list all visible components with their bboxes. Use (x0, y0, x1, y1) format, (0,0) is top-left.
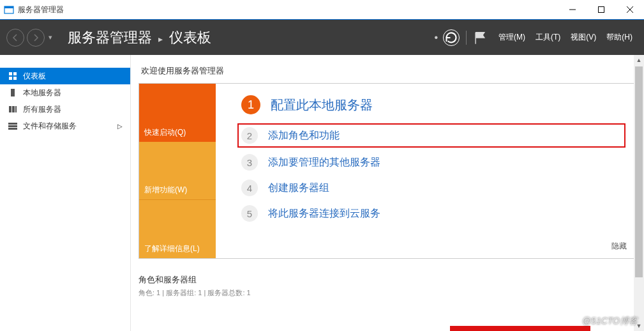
menu-help[interactable]: 帮助(H) (606, 32, 633, 43)
task-add-servers[interactable]: 3 添加要管理的其他服务器 (241, 154, 625, 171)
task-label: 添加要管理的其他服务器 (268, 156, 380, 169)
sidebar-item-dashboard[interactable]: 仪表板 (0, 68, 130, 84)
minimize-button[interactable] (558, 0, 587, 19)
status-bar-fragment (450, 326, 590, 331)
nav-dropdown-icon[interactable]: ▾ (49, 33, 52, 42)
window-controls (558, 0, 644, 19)
task-number-badge: 2 (241, 127, 258, 144)
close-button[interactable] (615, 0, 644, 19)
storage-icon (8, 122, 18, 130)
sidebar-item-label: 所有服务器 (23, 104, 61, 115)
refresh-button[interactable] (443, 29, 460, 46)
breadcrumb-root[interactable]: 服务器管理器 (68, 28, 152, 47)
sidebar-item-label: 仪表板 (23, 71, 46, 82)
breadcrumb-separator-icon: ▸ (158, 34, 163, 44)
svg-rect-8 (9, 77, 12, 80)
task-label: 配置此本地服务器 (271, 96, 373, 114)
chevron-right-icon: ▷ (117, 123, 123, 130)
sidebar-item-label: 本地服务器 (23, 88, 61, 98)
header-separator (466, 31, 467, 45)
hide-link[interactable]: 隐藏 (611, 241, 627, 252)
allservers-icon (8, 105, 18, 114)
menu-manage[interactable]: 管理(M) (498, 32, 525, 43)
sidebar-item-localserver[interactable]: 本地服务器 (0, 84, 130, 101)
tile-learnmore[interactable]: 了解详细信息(L) (139, 199, 216, 258)
tile-column: 快速启动(Q) 新增功能(W) 了解详细信息(L) (139, 84, 216, 258)
title-bar: 服务器管理器 (0, 0, 644, 20)
svg-rect-10 (11, 89, 15, 96)
breadcrumb-current: 仪表板 (169, 28, 211, 47)
nav-back-button[interactable] (6, 29, 24, 47)
roles-groups-section: 角色和服务器组 角色: 1 | 服务器组: 1 | 服务器总数: 1 (139, 274, 644, 298)
tile-label: 快速启动(Q) (144, 127, 186, 138)
task-number-badge: 4 (241, 180, 258, 196)
svg-rect-6 (9, 72, 12, 75)
svg-rect-11 (9, 106, 11, 112)
vertical-scrollbar[interactable]: ▲ ▼ (634, 55, 644, 331)
tile-label: 新增功能(W) (144, 185, 187, 196)
window-title: 服务器管理器 (18, 4, 558, 15)
task-add-roles[interactable]: 2 添加角色和功能 (237, 123, 625, 148)
welcome-tile: 快速启动(Q) 新增功能(W) 了解详细信息(L) 1 配置此本地服务器 2 添… (139, 83, 639, 259)
header-nav: ▾ 服务器管理器 ▸ 仪表板 • 管理(M) 工具(T) 视图(V) 帮助(H) (0, 20, 644, 55)
sidebar-item-allservers[interactable]: 所有服务器 (0, 101, 130, 118)
nav-forward-button[interactable] (27, 29, 45, 47)
task-number-badge: 5 (241, 205, 258, 222)
app-icon (4, 4, 14, 15)
svg-rect-3 (598, 7, 604, 13)
tile-whatsnew[interactable]: 新增功能(W) (139, 142, 216, 200)
task-configure-local[interactable]: 1 配置此本地服务器 (241, 95, 625, 114)
scroll-up-icon[interactable]: ▲ (634, 55, 644, 65)
main-content: 欢迎使用服务器管理器 快速启动(Q) 新增功能(W) 了解详细信息(L) 1 配… (131, 55, 644, 331)
task-label: 添加角色和功能 (268, 129, 340, 142)
task-label: 创建服务器组 (268, 181, 329, 195)
localserver-icon (8, 88, 18, 97)
breadcrumb: 服务器管理器 ▸ 仪表板 (68, 28, 211, 47)
svg-rect-1 (4, 6, 13, 8)
task-list: 1 配置此本地服务器 2 添加角色和功能 3 添加要管理的其他服务器 4 创建服… (216, 84, 638, 258)
svg-rect-15 (8, 125, 17, 127)
sidebar-item-storage[interactable]: 文件和存储服务 ▷ (0, 118, 130, 134)
watermark-text: @51CTO博客 (582, 316, 638, 327)
svg-rect-9 (13, 77, 17, 80)
groups-title: 角色和服务器组 (139, 274, 644, 286)
tile-quickstart[interactable]: 快速启动(Q) (139, 84, 216, 142)
svg-rect-16 (8, 128, 17, 130)
tile-label: 了解详细信息(L) (144, 243, 200, 254)
header-bullet-icon: • (434, 32, 438, 43)
menu-tools[interactable]: 工具(T) (535, 32, 560, 43)
svg-rect-13 (15, 106, 17, 112)
dashboard-icon (8, 72, 18, 81)
svg-rect-12 (12, 106, 15, 112)
notifications-flag-icon[interactable] (473, 31, 487, 45)
groups-subtitle: 角色: 1 | 服务器组: 1 | 服务器总数: 1 (139, 288, 644, 298)
sidebar-item-label: 文件和存储服务 (23, 121, 77, 132)
svg-rect-7 (13, 72, 17, 75)
welcome-title: 欢迎使用服务器管理器 (141, 65, 644, 77)
task-create-group[interactable]: 4 创建服务器组 (241, 180, 625, 196)
menu-view[interactable]: 视图(V) (571, 32, 596, 43)
sidebar: 仪表板 本地服务器 所有服务器 文件和存储服务 ▷ (0, 55, 131, 331)
task-connect-cloud[interactable]: 5 将此服务器连接到云服务 (241, 205, 625, 222)
maximize-button[interactable] (587, 0, 615, 19)
scrollbar-thumb[interactable] (635, 66, 643, 277)
task-number-badge: 3 (241, 154, 258, 171)
task-label: 将此服务器连接到云服务 (268, 207, 380, 220)
body-area: 仪表板 本地服务器 所有服务器 文件和存储服务 ▷ 欢迎使用服务器管理器 快速启… (0, 55, 644, 331)
task-number-badge: 1 (241, 95, 260, 114)
svg-rect-14 (8, 123, 17, 125)
